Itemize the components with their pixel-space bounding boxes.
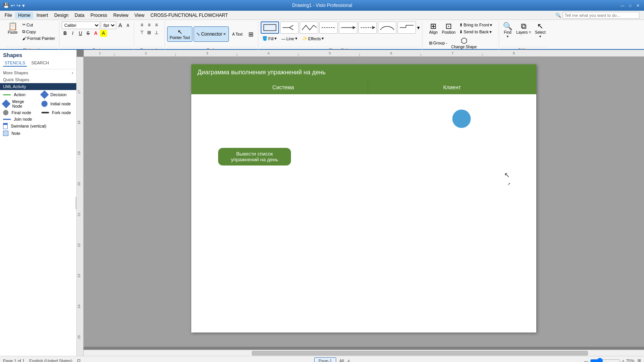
shrink-font-button[interactable]: A — [125, 22, 131, 29]
menu-insert[interactable]: Insert — [33, 12, 51, 19]
horizontal-scrollbar[interactable] — [84, 350, 644, 356]
shape-final-node[interactable]: Final node — [0, 109, 38, 116]
bold-button[interactable]: B — [62, 30, 69, 37]
underline-button[interactable]: U — [77, 30, 84, 37]
shape-fork-node[interactable]: Fork node — [38, 109, 77, 116]
category-quick-shapes[interactable]: Quick Shapes — [0, 76, 76, 83]
change-shape-button[interactable]: ⬡ Change Shape — [450, 36, 478, 50]
shape-decision[interactable]: Decision — [38, 91, 77, 98]
menu-home[interactable]: Home — [15, 12, 33, 19]
select-button[interactable]: ↖ Select ▾ — [533, 21, 547, 39]
shape-merge-node[interactable]: Merge Node — [0, 98, 38, 109]
shape-swimlane-vertical[interactable]: Swimlane (vertical) — [0, 122, 76, 130]
all-pages-button[interactable]: All — [338, 359, 345, 362]
hscrollbar-thumb[interactable] — [252, 351, 588, 355]
zoom-out-button[interactable]: — — [584, 359, 588, 362]
pointer-tool-button[interactable]: ↖ Pointer Tool — [167, 26, 193, 42]
grow-font-button[interactable]: A — [117, 22, 124, 29]
align-bottom-button[interactable]: ⊥ — [153, 29, 160, 36]
redo-icon[interactable]: ↪ — [16, 3, 21, 8]
shape-action[interactable]: Action — [0, 91, 38, 98]
align-center-button[interactable]: ≡ — [146, 21, 153, 28]
shape-style-3[interactable] — [300, 21, 318, 34]
menu-view[interactable]: View — [131, 12, 148, 19]
fill-button[interactable]: 🪣 Fill ▾ — [261, 35, 278, 42]
shape-style-8[interactable] — [398, 21, 416, 34]
strikethrough-button[interactable]: S — [85, 30, 92, 37]
line-button[interactable]: — Line ▾ — [280, 35, 299, 42]
layers-button[interactable]: ⧉ Layers = — [515, 21, 533, 35]
save-icon[interactable]: 💾 — [3, 3, 9, 8]
paste-button[interactable]: 📋 Paste — [5, 21, 20, 41]
zoom-in-button[interactable]: + — [622, 359, 624, 362]
tab-search[interactable]: SEARCH — [30, 60, 51, 67]
font-size-select[interactable]: 8pt. — [101, 21, 116, 29]
shape-style-2[interactable] — [280, 21, 299, 34]
placeholder-tool-button[interactable]: ⊞ — [246, 26, 256, 42]
shape-style-4[interactable] — [319, 21, 338, 34]
undo-icon[interactable]: ↩ — [11, 3, 15, 8]
text-tool-button[interactable]: A Text — [230, 26, 245, 42]
close-button[interactable]: ✕ — [635, 2, 641, 8]
font-color-button[interactable]: A — [92, 30, 99, 37]
initial-node-1[interactable] — [452, 110, 471, 128]
font-family-select[interactable]: Calibri — [62, 21, 100, 29]
align-button[interactable]: ⊞ Align — [427, 21, 440, 35]
page-info: Page 1 of 1 — [3, 359, 25, 362]
format-painter-button[interactable]: 🖌 Format Painter — [21, 35, 57, 41]
connector-handle-start — [259, 139, 261, 141]
accessibility-icon: ⊡ — [77, 358, 80, 362]
category-uml-activity[interactable]: UML Activity — [0, 83, 76, 90]
menu-process[interactable]: Process — [87, 12, 110, 19]
action-shape-1[interactable]: Вывести список упражнений на день — [218, 148, 291, 165]
shape-style-6[interactable] — [358, 21, 377, 34]
effects-button[interactable]: ✨ Effects ▾ — [301, 35, 325, 42]
menu-cross-functional[interactable]: CROSS-FUNCTIONAL FLOWCHART — [148, 12, 231, 19]
page-canvas[interactable]: Диаграмма выполнения упражнений на день … — [191, 64, 536, 333]
tab-stencils[interactable]: STENCILS — [3, 60, 27, 67]
ribbon-font: Calibri 8pt. A A B I U S A A Font — [59, 21, 134, 52]
copy-button[interactable]: ⧉ Copy — [21, 28, 57, 35]
shape-initial-node[interactable]: Initial node — [38, 98, 77, 109]
align-left-button[interactable]: ≡ — [138, 21, 145, 28]
shape-join-node[interactable]: Join node — [0, 116, 38, 122]
add-page-button[interactable]: + — [347, 358, 350, 362]
final-node-label: Final node — [12, 110, 31, 115]
align-top-button[interactable]: ⊤ — [138, 29, 145, 36]
fork-node-label: Fork node — [52, 110, 71, 115]
menu-review[interactable]: Review — [110, 12, 131, 19]
menu-file[interactable]: File — [2, 12, 15, 19]
italic-button[interactable]: I — [69, 30, 76, 37]
shape-style-1[interactable] — [261, 21, 279, 34]
category-more-shapes[interactable]: More Shapes › — [0, 69, 76, 76]
minimize-button[interactable]: — — [619, 2, 626, 8]
position-button[interactable]: ⊡ Position — [440, 21, 457, 35]
bring-to-front-button[interactable]: ⬆ Bring to Front ▾ — [458, 22, 494, 28]
styles-dropdown-button[interactable]: ▾ — [417, 25, 420, 31]
shape-note[interactable]: Note — [0, 130, 38, 137]
group-button[interactable]: ⊞ Group - — [427, 40, 449, 46]
canvas-scroll[interactable]: Диаграмма выполнения упражнений на день … — [84, 57, 644, 347]
customize-icon[interactable]: ▾ — [22, 3, 25, 8]
page-tab-1[interactable]: Page-1 — [314, 357, 336, 362]
menu-design[interactable]: Design — [51, 12, 71, 19]
cut-button[interactable]: ✂ Cut — [21, 21, 57, 28]
shapes-panel-header: Shapes STENCILS SEARCH — [0, 50, 76, 69]
align-right-button[interactable]: ≡ — [153, 21, 160, 28]
quick-shapes-label: Quick Shapes — [3, 77, 29, 82]
connector-button[interactable]: ⤡ Connector ✕ — [194, 26, 228, 42]
send-to-back-button[interactable]: ⬇ Send to Back ▾ — [458, 29, 494, 35]
highlight-button[interactable]: A — [100, 30, 107, 37]
canvas-wrapper[interactable]: 1 2 3 4 5 6 7 8 17 18 — [77, 50, 644, 356]
maximize-button[interactable]: □ — [627, 2, 633, 8]
find-button[interactable]: 🔍 Find ▾ — [501, 21, 514, 39]
align-middle-button[interactable]: ⊞ — [146, 29, 153, 36]
shape-style-5[interactable] — [339, 21, 357, 34]
fit-page-button[interactable]: ⊞ — [637, 358, 641, 362]
search-input[interactable] — [563, 12, 639, 19]
shape-style-7[interactable] — [378, 21, 396, 34]
zoom-slider[interactable] — [590, 358, 621, 362]
menu-data[interactable]: Data — [72, 12, 87, 19]
diagram-header: Диаграмма выполнения упражнений на день — [191, 64, 536, 80]
fork-node-shape-icon — [41, 112, 49, 113]
